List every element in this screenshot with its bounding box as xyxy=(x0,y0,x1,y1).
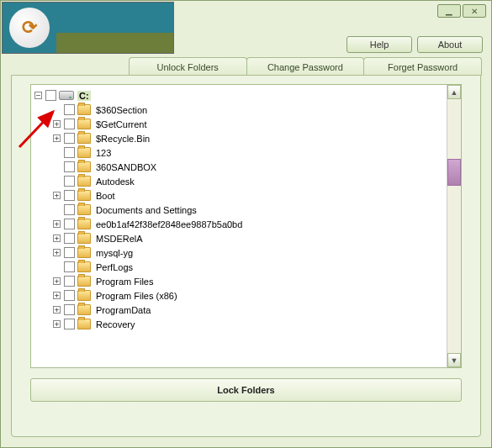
tree-expander-icon[interactable]: + xyxy=(53,235,61,242)
folder-icon xyxy=(77,219,91,229)
folder-icon xyxy=(77,133,91,144)
tree-folder-node[interactable]: $360Section xyxy=(34,103,447,117)
scroll-up-button[interactable]: ▲ xyxy=(447,85,461,99)
folder-icon xyxy=(77,247,91,258)
tab-forget-password[interactable]: Forget Password xyxy=(363,57,482,76)
folder-icon xyxy=(77,204,91,215)
close-button[interactable]: ✕ xyxy=(463,4,486,18)
tree-expander-icon xyxy=(53,263,61,271)
tree-checkbox[interactable] xyxy=(45,90,56,101)
tree-expander-icon[interactable]: + xyxy=(53,120,61,128)
tree-expander-icon xyxy=(53,163,61,171)
tree-checkbox[interactable] xyxy=(64,204,75,215)
tree-folder-node[interactable]: 360SANDBOX xyxy=(34,160,447,174)
tree-node-label: $Recycle.Bin xyxy=(94,134,151,144)
folder-tree[interactable]: −C:$360Section+$GetCurrent+$Recycle.Bin1… xyxy=(31,85,447,367)
tree-node-label: PerfLogs xyxy=(94,262,135,272)
tree-node-label: Autodesk xyxy=(94,177,136,187)
tree-node-label: 123 xyxy=(94,148,113,158)
folder-icon xyxy=(77,233,91,244)
tree-checkbox[interactable] xyxy=(64,233,75,244)
tree-expander-icon[interactable]: + xyxy=(53,220,61,228)
minimize-button[interactable]: ▁ xyxy=(437,4,461,18)
tree-node-label: Program Files (x86) xyxy=(94,291,179,301)
folder-icon xyxy=(77,104,91,115)
folder-icon xyxy=(77,276,91,287)
tree-folder-node[interactable]: +Boot xyxy=(34,188,447,203)
drive-icon xyxy=(59,91,74,100)
tree-checkbox[interactable] xyxy=(64,104,75,115)
tree-folder-node[interactable]: +ee0b1af42f38ef2848ee9887b5a0bd xyxy=(34,217,447,231)
tab-unlock-folders[interactable]: Unlock Folders xyxy=(129,57,247,76)
tree-folder-node[interactable]: +Program Files (x86) xyxy=(34,288,447,303)
folder-icon xyxy=(77,119,91,129)
tree-folder-node[interactable]: 123 xyxy=(34,145,447,160)
help-button[interactable]: Help xyxy=(347,36,412,53)
tree-node-label: mysql-yg xyxy=(94,248,135,258)
tree-expander-icon xyxy=(53,149,61,156)
tree-expander-icon[interactable]: + xyxy=(53,134,61,142)
folder-icon xyxy=(77,147,91,158)
tree-node-label: C: xyxy=(77,91,91,101)
folder-icon xyxy=(77,290,91,301)
tree-node-label: Recovery xyxy=(94,319,136,329)
app-logo: ⟳ xyxy=(2,2,174,54)
tree-folder-node[interactable]: +$GetCurrent xyxy=(34,117,447,131)
tree-expander-icon[interactable]: + xyxy=(53,277,61,285)
about-button[interactable]: About xyxy=(417,36,483,53)
app-window: ▁ ✕ ⟳ Help About Lock Folders Unlock Fol… xyxy=(0,0,492,448)
tree-folder-node[interactable]: Documents and Settings xyxy=(34,203,447,217)
logo-badge-icon: ⟳ xyxy=(9,8,50,48)
tree-expander-icon[interactable]: − xyxy=(34,92,42,99)
tree-checkbox[interactable] xyxy=(64,147,75,158)
tree-node-label: $360Section xyxy=(94,105,149,115)
lock-folders-button[interactable]: Lock Folders xyxy=(30,378,462,402)
folder-icon xyxy=(77,319,91,329)
tree-checkbox[interactable] xyxy=(64,161,75,172)
tree-folder-node[interactable]: +MSDERelA xyxy=(34,231,447,245)
tree-expander-icon[interactable]: + xyxy=(53,192,61,199)
tab-change-password[interactable]: Change Password xyxy=(246,57,365,76)
tree-checkbox[interactable] xyxy=(64,219,75,229)
tree-checkbox[interactable] xyxy=(64,304,75,315)
tree-node-label: Documents and Settings xyxy=(94,205,198,215)
tree-folder-node[interactable]: +$Recycle.Bin xyxy=(34,131,447,145)
tree-expander-icon[interactable]: + xyxy=(53,320,61,328)
tree-checkbox[interactable] xyxy=(64,133,75,144)
folder-icon xyxy=(77,161,91,172)
tree-node-label: ProgramData xyxy=(94,305,152,315)
scroll-thumb[interactable] xyxy=(447,159,461,186)
tree-expander-icon[interactable]: + xyxy=(53,306,61,314)
tree-folder-node[interactable]: Autodesk xyxy=(34,174,447,188)
tree-checkbox[interactable] xyxy=(64,261,75,272)
tree-drive-node[interactable]: −C: xyxy=(34,88,447,103)
scroll-down-button[interactable]: ▼ xyxy=(447,353,461,367)
tree-node-label: ee0b1af42f38ef2848ee9887b5a0bd xyxy=(94,219,244,229)
tree-node-label: $GetCurrent xyxy=(94,119,149,129)
tree-folder-node[interactable]: +Recovery xyxy=(34,317,447,331)
tree-folder-node[interactable]: +mysql-yg xyxy=(34,245,447,260)
tree-node-label: MSDERelA xyxy=(94,234,145,244)
tree-checkbox[interactable] xyxy=(64,176,75,187)
tree-node-label: 360SANDBOX xyxy=(94,162,158,172)
tree-expander-icon[interactable]: + xyxy=(53,292,61,299)
tree-expander-icon xyxy=(53,177,61,185)
tree-expander-icon[interactable]: + xyxy=(53,249,61,256)
folder-icon xyxy=(77,261,91,272)
tree-checkbox[interactable] xyxy=(64,276,75,287)
tree-checkbox[interactable] xyxy=(64,247,75,258)
main-panel: −C:$360Section+$GetCurrent+$Recycle.Bin1… xyxy=(11,75,481,437)
tree-folder-node[interactable]: +Program Files xyxy=(34,274,447,288)
tree-folder-node[interactable]: PerfLogs xyxy=(34,260,447,274)
tree-checkbox[interactable] xyxy=(64,290,75,301)
tree-checkbox[interactable] xyxy=(64,319,75,329)
tree-node-label: Boot xyxy=(94,191,117,201)
tree-checkbox[interactable] xyxy=(64,119,75,129)
vertical-scrollbar[interactable]: ▲ ▼ xyxy=(447,85,461,367)
tree-checkbox[interactable] xyxy=(64,190,75,201)
tree-folder-node[interactable]: +ProgramData xyxy=(34,303,447,317)
tab-bar: Lock Folders Unlock Folders Change Passw… xyxy=(11,57,481,76)
tree-node-label: Program Files xyxy=(94,277,155,287)
folder-icon xyxy=(77,190,91,201)
tree-expander-icon xyxy=(53,106,61,113)
